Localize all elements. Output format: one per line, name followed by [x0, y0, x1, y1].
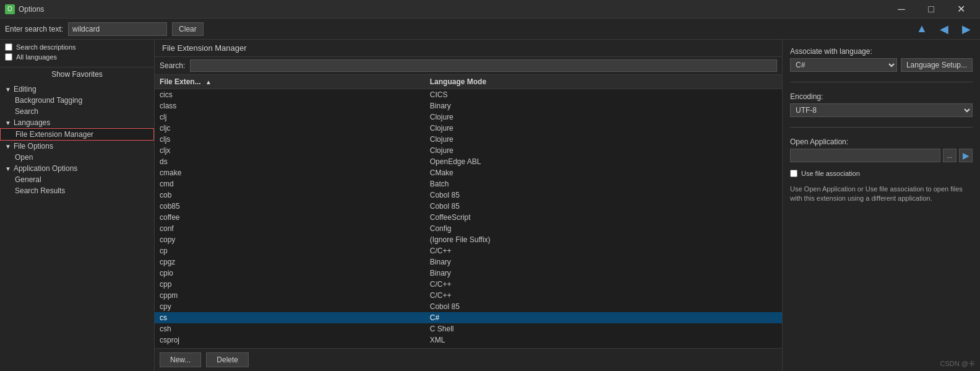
- cell-language: OpenEdge ABL: [425, 156, 782, 167]
- cell-language: Cobol 85: [425, 201, 782, 212]
- cell-language: Clojure: [425, 123, 782, 134]
- associate-section: Associate with language: C# Binary Cloju…: [790, 47, 973, 72]
- search-results-label: Search Results: [5, 186, 65, 195]
- table-row[interactable]: classBinary: [155, 100, 782, 111]
- new-button[interactable]: New...: [160, 352, 201, 367]
- search-descriptions-checkbox[interactable]: [5, 43, 12, 51]
- open-label: Open: [5, 153, 33, 162]
- show-favorites-button[interactable]: Show Favorites: [0, 68, 154, 81]
- all-languages-row: All languages: [5, 53, 149, 61]
- cell-language: C/C++: [425, 290, 782, 301]
- close-button[interactable]: ✕: [947, 0, 975, 19]
- cell-extension: copy: [155, 234, 425, 245]
- sidebar-item-open[interactable]: Open: [0, 152, 154, 163]
- cell-extension: class: [155, 100, 425, 111]
- table-row[interactable]: cppmC/C++: [155, 290, 782, 301]
- col-header-extension[interactable]: File Exten... ▲: [155, 75, 425, 89]
- table-row[interactable]: cljClojure: [155, 111, 782, 123]
- cell-extension: ds: [155, 156, 425, 167]
- background-tagging-label: Background Tagging: [5, 96, 82, 105]
- panel-search-row: Search:: [155, 57, 782, 75]
- languages-arrow: ▼: [5, 120, 11, 126]
- open-app-input[interactable]: [790, 149, 940, 162]
- table-row[interactable]: csprojXML: [155, 334, 782, 346]
- language-select[interactable]: C# Binary Clojure CMake Batch Cobol 85 C…: [790, 58, 897, 72]
- table-row[interactable]: cmdBatch: [155, 178, 782, 190]
- search-input[interactable]: [68, 22, 167, 36]
- cell-extension: cljs: [155, 134, 425, 145]
- right-panel: Associate with language: C# Binary Cloju…: [782, 40, 980, 371]
- center-panel: File Extension Manager Search: File Exte…: [155, 40, 782, 371]
- sidebar-item-general[interactable]: General: [0, 174, 154, 185]
- cell-language: (Ignore File Suffix): [425, 234, 782, 245]
- cell-extension: csproj: [155, 334, 425, 346]
- table-row[interactable]: cicsCICS: [155, 89, 782, 100]
- cell-extension: cob85: [155, 201, 425, 212]
- delete-button[interactable]: Delete: [206, 352, 249, 367]
- language-setup-button[interactable]: Language Setup...: [901, 58, 973, 72]
- file-options-label: File Options: [14, 142, 53, 151]
- all-languages-checkbox[interactable]: [5, 53, 12, 61]
- table-row[interactable]: cmakeCMake: [155, 167, 782, 178]
- table-row[interactable]: cpC/C++: [155, 245, 782, 256]
- table-row[interactable]: coffeeCoffeeScript: [155, 212, 782, 223]
- encoding-select[interactable]: UTF-8 UTF-16 ANSI ASCII: [790, 103, 973, 117]
- cell-language: Clojure: [425, 145, 782, 156]
- sidebar-item-search-results[interactable]: Search Results: [0, 185, 154, 196]
- table-row[interactable]: confConfig: [155, 223, 782, 234]
- minimize-button[interactable]: ─: [887, 0, 916, 19]
- nav-back-button[interactable]: ◀: [935, 20, 953, 38]
- table-row[interactable]: cljxClojure: [155, 145, 782, 156]
- file-table-container: File Exten... ▲ Language Mode cicsCICScl…: [155, 75, 782, 348]
- open-app-browse-button[interactable]: ...: [943, 149, 956, 162]
- sidebar-item-search[interactable]: Search: [0, 106, 154, 117]
- table-row[interactable]: cpioBinary: [155, 268, 782, 279]
- cell-language: Cobol 85: [425, 301, 782, 312]
- table-row[interactable]: cljcClojure: [155, 123, 782, 134]
- cell-language: CICS: [425, 89, 782, 100]
- sidebar-item-languages[interactable]: ▼ Languages: [0, 117, 154, 128]
- sidebar-tree: ▼ Editing Background Tagging Search ▼ La…: [0, 81, 154, 199]
- cell-language: CoffeeScript: [425, 212, 782, 223]
- cell-extension: coffee: [155, 212, 425, 223]
- sidebar-item-application-options[interactable]: ▼ Application Options: [0, 163, 154, 174]
- watermark: CSDN @卡: [940, 359, 975, 369]
- maximize-button[interactable]: □: [917, 0, 945, 19]
- table-row[interactable]: cpgzBinary: [155, 256, 782, 268]
- table-row[interactable]: dsOpenEdge ABL: [155, 156, 782, 167]
- search-label: Search: [5, 107, 38, 116]
- encoding-section: Encoding: UTF-8 UTF-16 ANSI ASCII: [790, 92, 973, 117]
- cell-language: Clojure: [425, 111, 782, 123]
- cell-extension: cpy: [155, 301, 425, 312]
- table-row[interactable]: cppC/C++: [155, 279, 782, 290]
- col-header-language[interactable]: Language Mode: [425, 75, 782, 89]
- table-row[interactable]: copy(Ignore File Suffix): [155, 234, 782, 245]
- cell-extension: cmake: [155, 167, 425, 178]
- cell-extension: cljx: [155, 145, 425, 156]
- table-row[interactable]: cljsClojure: [155, 134, 782, 145]
- table-row[interactable]: csC#: [155, 312, 782, 323]
- search-descriptions-row: Search descriptions: [5, 43, 149, 51]
- table-row[interactable]: cobCobol 85: [155, 190, 782, 201]
- file-table: File Exten... ▲ Language Mode cicsCICScl…: [155, 75, 782, 348]
- sidebar-item-editing[interactable]: ▼ Editing: [0, 84, 154, 95]
- table-row[interactable]: cob85Cobol 85: [155, 201, 782, 212]
- info-text: Use Open Application or Use file associa…: [790, 185, 973, 204]
- panel-search-input[interactable]: [190, 59, 777, 72]
- use-file-assoc-checkbox[interactable]: [790, 170, 797, 177]
- clear-button[interactable]: Clear: [172, 22, 204, 36]
- table-row[interactable]: cshC Shell: [155, 323, 782, 334]
- sidebar-item-background-tagging[interactable]: Background Tagging: [0, 95, 154, 106]
- table-row[interactable]: cpyCobol 85: [155, 301, 782, 312]
- divider-1: [790, 82, 973, 82]
- divider-2: [790, 127, 973, 128]
- cell-extension: cmd: [155, 178, 425, 190]
- nav-forward-button[interactable]: ▶: [958, 20, 975, 38]
- open-app-run-button[interactable]: ▶: [959, 149, 973, 162]
- cell-language: Cobol 85: [425, 190, 782, 201]
- nav-up-button[interactable]: ▲: [913, 20, 931, 38]
- sidebar: Search descriptions All languages Show F…: [0, 40, 155, 371]
- sidebar-item-file-options[interactable]: ▼ File Options: [0, 141, 154, 152]
- sidebar-item-file-extension-manager[interactable]: File Extension Manager: [0, 128, 154, 141]
- editing-arrow: ▼: [5, 86, 11, 93]
